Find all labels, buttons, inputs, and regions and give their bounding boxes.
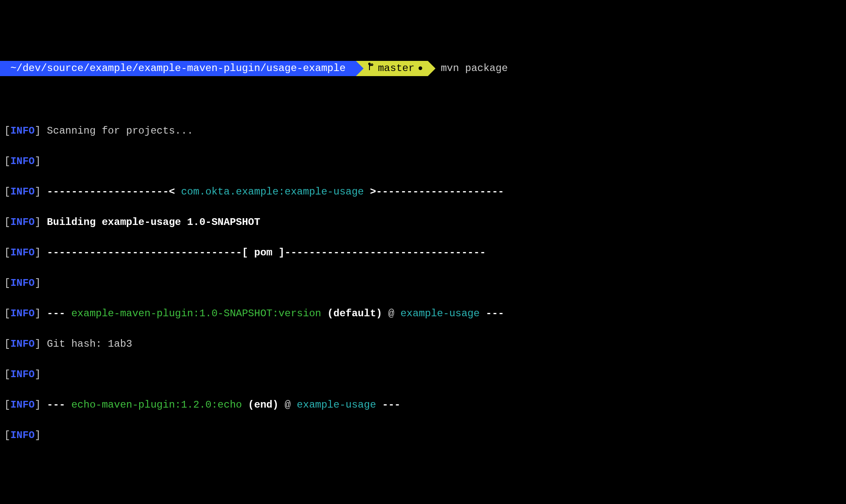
output-line: [INFO] Git hash: 1ab3 bbox=[4, 337, 842, 352]
output-line: [INFO] bbox=[4, 428, 842, 443]
prompt-bar: ~/dev/source/example/example-maven-plugi… bbox=[0, 61, 846, 76]
prompt-command[interactable]: mvn package bbox=[428, 61, 507, 76]
git-branch-name: master bbox=[378, 61, 414, 76]
output-line: [INFO] Building example-usage 1.0-SNAPSH… bbox=[4, 215, 842, 230]
git-dirty-indicator-icon: ● bbox=[418, 62, 423, 75]
prompt-path: ~/dev/source/example/example-maven-plugi… bbox=[0, 61, 356, 76]
output-line: [INFO] --------------------------------[… bbox=[4, 245, 842, 260]
output-line bbox=[4, 458, 842, 474]
output-line: [INFO] bbox=[4, 154, 842, 169]
prompt-git-branch: master ● bbox=[356, 61, 428, 76]
output-line bbox=[4, 489, 842, 504]
output-line: [INFO] --------------------< com.okta.ex… bbox=[4, 184, 842, 200]
git-branch-icon bbox=[368, 61, 375, 76]
terminal-output: [INFO] Scanning for projects... [INFO] [… bbox=[0, 107, 846, 504]
output-line: [INFO] Scanning for projects... bbox=[4, 123, 842, 139]
output-line: [INFO] bbox=[4, 276, 842, 291]
output-line: [INFO] bbox=[4, 367, 842, 382]
output-line: [INFO] --- echo-maven-plugin:1.2.0:echo … bbox=[4, 397, 842, 413]
output-line: [INFO] --- example-maven-plugin:1.0-SNAP… bbox=[4, 306, 842, 321]
